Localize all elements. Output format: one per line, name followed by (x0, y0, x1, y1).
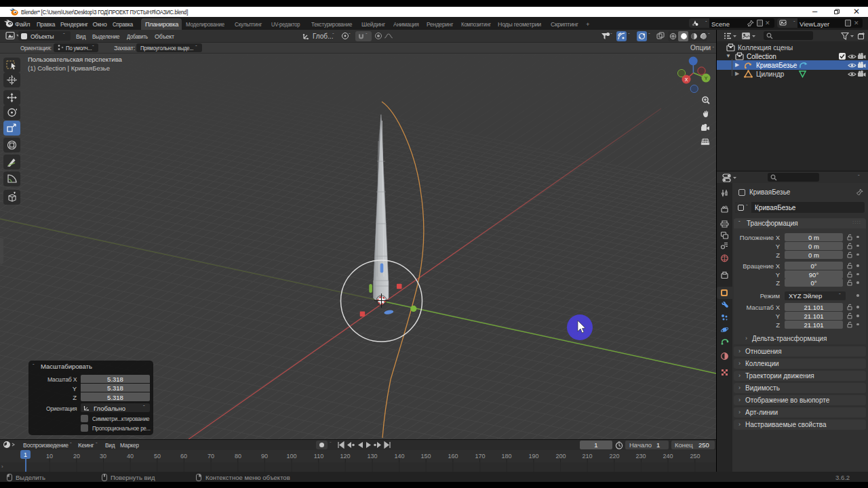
svg-text:X: X (685, 77, 688, 82)
svg-text:Y: Y (705, 76, 708, 81)
